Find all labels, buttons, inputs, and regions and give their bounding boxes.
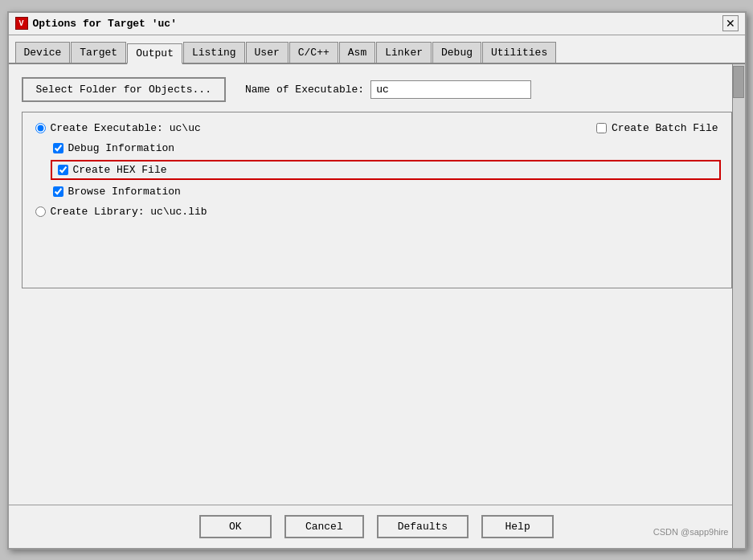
tab-target[interactable]: Target [71, 42, 126, 63]
tab-linker[interactable]: Linker [376, 42, 432, 63]
tab-asm[interactable]: Asm [339, 42, 375, 63]
content-area: Select Folder for Objects... Name of Exe… [9, 64, 745, 505]
create-library-option: Create Library: uc\uc.lib [35, 206, 718, 218]
tab-listing[interactable]: Listing [183, 42, 245, 63]
create-executable-option: Create Executable: uc\uc [35, 122, 201, 134]
create-batch-group: Create Batch File [596, 122, 718, 134]
create-executable-label: Create Executable: uc\uc [51, 122, 201, 134]
exe-name-label: Name of Executable: [245, 84, 364, 96]
browse-info-label: Browse Information [68, 186, 181, 198]
help-button[interactable]: Help [481, 515, 554, 538]
output-options-group: Create Executable: uc\uc Create Batch Fi… [22, 112, 732, 288]
debug-info-option: Debug Information [53, 142, 718, 154]
title-bar-left: V Options for Target 'uc' [15, 17, 177, 30]
tab-bar: Device Target Output Listing User C/C++ … [9, 35, 745, 64]
exe-name-group: Name of Executable: [245, 80, 732, 99]
bottom-bar: OK Cancel Defaults CSDN @sapp9hire Help [9, 505, 745, 548]
app-icon: V [15, 17, 28, 30]
watermark: CSDN @sapp9hire [653, 527, 729, 537]
window-title: Options for Target 'uc' [33, 18, 177, 30]
title-bar: V Options for Target 'uc' ✕ [9, 13, 745, 35]
create-executable-radio[interactable] [35, 123, 46, 133]
create-hex-checkbox[interactable] [58, 165, 68, 175]
exe-name-input[interactable] [370, 80, 531, 99]
tab-debug[interactable]: Debug [432, 42, 481, 63]
top-row: Select Folder for Objects... Name of Exe… [22, 77, 732, 102]
tab-utilities[interactable]: Utilities [482, 42, 556, 63]
tab-device[interactable]: Device [15, 42, 71, 63]
create-batch-checkbox[interactable] [596, 123, 607, 133]
create-batch-label: Create Batch File [612, 122, 718, 134]
create-library-label: Create Library: uc\uc.lib [51, 206, 207, 218]
select-folder-button[interactable]: Select Folder for Objects... [22, 77, 226, 102]
ok-button[interactable]: OK [199, 515, 272, 538]
tab-cpp[interactable]: C/C++ [289, 42, 338, 63]
scrollbar-thumb[interactable] [733, 66, 744, 98]
scrollbar[interactable] [732, 64, 745, 548]
tab-user[interactable]: User [246, 42, 289, 63]
create-hex-label: Create HEX File [73, 164, 167, 176]
close-button[interactable]: ✕ [722, 15, 739, 31]
dialog-window: V Options for Target 'uc' ✕ Device Targe… [7, 11, 747, 550]
cancel-button[interactable]: Cancel [284, 515, 364, 538]
debug-info-checkbox[interactable] [53, 143, 63, 153]
debug-info-label: Debug Information [68, 142, 175, 154]
browse-info-checkbox[interactable] [53, 186, 63, 197]
defaults-button[interactable]: Defaults [377, 515, 469, 538]
create-hex-option: Create HEX File [53, 162, 718, 178]
tab-output[interactable]: Output [127, 43, 182, 64]
create-library-radio[interactable] [35, 206, 46, 217]
browse-info-option: Browse Information [53, 186, 718, 198]
